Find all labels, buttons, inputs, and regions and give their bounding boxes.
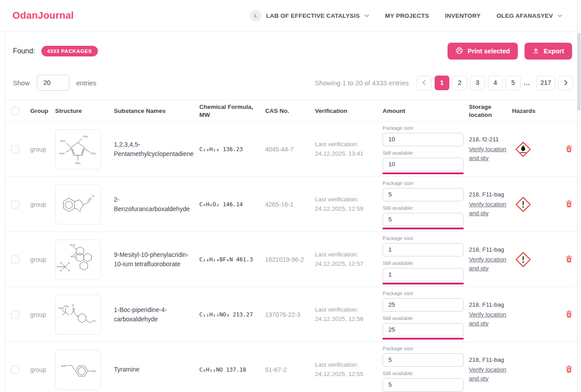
hazard-flammable-icon	[514, 140, 532, 158]
cas-number: 137076-22-3	[265, 311, 315, 318]
page-button-4[interactable]: 4	[488, 76, 503, 90]
chevron-left-icon	[422, 80, 426, 85]
still-available-input[interactable]	[383, 323, 464, 336]
scrollbar-thumb[interactable]	[577, 33, 581, 111]
column-header-structure: Structure	[54, 107, 112, 115]
still-available-label: Still available:	[383, 205, 469, 211]
column-header-verification: Verification	[315, 107, 383, 115]
chevron-down-icon	[364, 14, 369, 17]
still-available-input[interactable]	[383, 268, 464, 281]
chemical-formula: C₁₁H₁₉NO₃	[199, 311, 230, 318]
hazard-irritant-icon	[514, 196, 532, 213]
verify-location-link[interactable]: Verify location and qty	[469, 310, 509, 328]
verify-location-link[interactable]: Verify location and qty	[469, 200, 509, 217]
found-count-badge: 4333 PACKAGES	[41, 46, 98, 56]
package-size-label: Package size:	[383, 346, 469, 351]
nav-my-projects[interactable]: MY PROJECTS	[385, 12, 429, 19]
package-size-label: Package size:	[383, 180, 469, 186]
storage-cell: 218, F11-bag Verify location and qty	[469, 356, 512, 383]
amount-progress-bar	[383, 283, 464, 284]
column-header-storage-location: Storage location	[469, 103, 512, 119]
still-available-input[interactable]	[383, 158, 464, 171]
chemical-formula-mw: C₂₈H₂₄BF₄N 461.3	[199, 256, 265, 263]
package-size-input[interactable]	[383, 353, 464, 367]
storage-location: 218, F11-bag	[469, 356, 509, 363]
verification-date: 24.12.2025, 12:57	[315, 260, 378, 268]
verification-date: 24.12.2025, 12:56	[315, 315, 378, 324]
page-button-5[interactable]: 5	[506, 76, 520, 90]
table-body: group H₃CCH₃ H₃CCH₃ CH₃ 1,2,3,4,5-Pentam…	[5, 122, 581, 392]
cas-number: 4265-16-1	[265, 201, 315, 208]
delete-package-button[interactable]	[564, 364, 574, 376]
structure-image[interactable]: H₂NOH	[55, 350, 101, 390]
row-checkbox[interactable]	[11, 256, 19, 264]
main-nav: L LAB OF EFFECTIVE CATALYSIS MY PROJECTS…	[250, 10, 562, 22]
row-checkbox[interactable]	[11, 200, 19, 208]
hazards-cell	[512, 140, 557, 158]
package-size-input[interactable]	[383, 188, 464, 201]
user-name-label: OLEG AFANASYEV	[496, 12, 553, 19]
row-checkbox[interactable]	[11, 311, 19, 319]
select-all-checkbox[interactable]	[11, 107, 19, 115]
verification-info: Last verification: 24.12.2025, 12:59	[315, 195, 383, 213]
delete-package-button[interactable]	[564, 308, 574, 321]
page-button-1[interactable]: 1	[435, 76, 449, 90]
package-size-input[interactable]	[383, 298, 464, 312]
entries-per-page-input[interactable]	[37, 75, 69, 91]
row-checkbox[interactable]	[11, 145, 19, 153]
next-page-button[interactable]	[558, 76, 573, 90]
table-row: group H₃CCH₃ H₃CCH₃ CH₃ 1,2,3,4,5-Pentam…	[5, 122, 581, 177]
verify-location-link[interactable]: Verify location and qty	[469, 365, 509, 383]
chemical-formula-mw: C₉H₆O₂ 146.14	[199, 201, 265, 208]
lab-avatar: L	[250, 10, 262, 22]
verify-location-link[interactable]: Verify location and qty	[469, 145, 509, 162]
app-logo[interactable]: OdanJournal	[12, 10, 74, 21]
export-button[interactable]: Export	[525, 43, 572, 60]
package-size-input[interactable]	[383, 133, 464, 146]
delete-package-button[interactable]	[564, 198, 574, 211]
printer-icon	[456, 47, 463, 56]
verification-label: Last verification:	[315, 305, 378, 314]
chemical-formula-mw: C₈H₁₁NO 137.18	[199, 366, 265, 373]
trash-icon	[566, 368, 572, 374]
structure-image[interactable]: OO	[55, 184, 101, 224]
nav-inventory[interactable]: INVENTORY	[445, 12, 480, 19]
page-button-2[interactable]: 2	[452, 76, 467, 90]
molecular-weight: 146.14	[223, 201, 243, 208]
still-available-input[interactable]	[383, 378, 464, 392]
package-size-label: Package size:	[383, 236, 469, 241]
package-size-label: Package size:	[383, 125, 469, 131]
trash-icon	[566, 202, 572, 209]
still-available-label: Still available:	[383, 150, 469, 156]
package-size-input[interactable]	[383, 243, 464, 256]
chemical-formula: C₂₈H₂₄BF₄N	[199, 256, 233, 263]
column-header-substance-names: Substance Names	[112, 107, 199, 115]
svg-text:O: O	[92, 194, 94, 197]
still-available-input[interactable]	[383, 213, 464, 226]
verification-info: Last verification: 24.12.2025, 12:57	[315, 250, 383, 268]
svg-text:H₃C: H₃C	[59, 306, 64, 309]
lab-selector[interactable]: L LAB OF EFFECTIVE CATALYSIS	[250, 10, 369, 22]
structure-image[interactable]: H₃CCH₃ H₃CCH₃ CH₃	[55, 129, 101, 169]
pagination-ellipsis: …	[524, 79, 533, 86]
page-button-last[interactable]: 217	[537, 76, 555, 90]
structure-image[interactable]: H₃CCH₃ ONO	[55, 295, 101, 335]
user-menu[interactable]: OLEG AFANASYEV	[496, 12, 562, 19]
prev-page-button[interactable]	[417, 76, 432, 90]
molecular-weight: 136.23	[223, 146, 243, 152]
delete-package-button[interactable]	[564, 143, 574, 156]
svg-text:CH₃: CH₃	[83, 135, 88, 138]
delete-package-button[interactable]	[564, 253, 574, 266]
show-label: Show	[13, 79, 30, 87]
page-button-3[interactable]: 3	[470, 76, 485, 90]
verify-location-link[interactable]: Verify location and qty	[469, 255, 509, 272]
chemical-formula: C₁₀H₁₆	[199, 146, 219, 152]
column-header-group: Group	[25, 107, 54, 115]
svg-text:F: F	[61, 261, 62, 264]
structure-image[interactable]: H₃CH₃C FF FF	[55, 240, 101, 280]
row-checkbox[interactable]	[11, 366, 19, 374]
print-selected-button[interactable]: Print selected	[448, 43, 518, 60]
chevron-down-icon	[557, 14, 562, 17]
svg-text:H₃C: H₃C	[61, 139, 66, 142]
svg-text:O: O	[93, 319, 95, 322]
